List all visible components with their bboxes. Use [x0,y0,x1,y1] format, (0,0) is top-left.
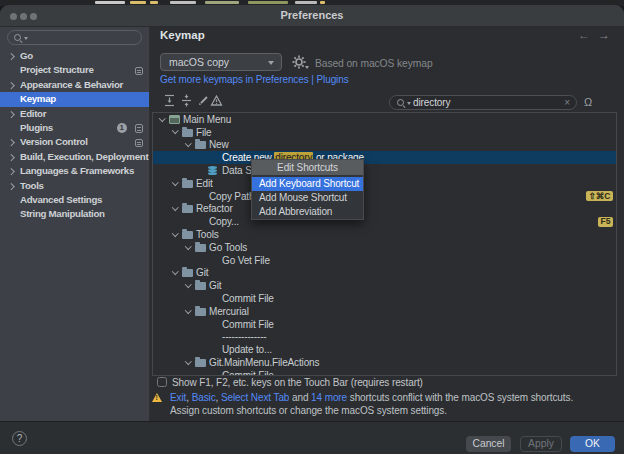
folder-icon [195,359,206,367]
context-menu-item-add-mouse-shortcut[interactable]: Add Mouse Shortcut [252,191,363,205]
forward-arrow-icon[interactable]: → [598,28,610,42]
main-menu-icon [169,115,180,124]
folder-icon [195,282,206,290]
tree-icon-slot [182,204,196,213]
get-more-keymaps-link[interactable]: Get more keymaps in Preferences | Plugin… [160,74,349,85]
tree-row[interactable]: Data Sc [153,164,616,177]
tree-row[interactable]: Commit File [153,292,616,305]
context-menu-item-add-keyboard-shortcut[interactable]: Add Keyboard Shortcut [252,177,363,191]
tree-chevron-slot [182,362,195,364]
settings-search-input[interactable] [7,30,142,45]
sidebar-item-label: Version Control [20,135,88,149]
keymap-selector-dropdown[interactable]: macOS copy [160,53,282,71]
tree-row-label: Git [196,267,208,278]
shortcut-badge: F5 [598,217,613,227]
shortcut-badge: ⇧⌘C [586,191,613,201]
conflict-link[interactable]: Basic [192,392,216,403]
tree-row[interactable]: Commit File [153,369,616,376]
tree-chevron-slot [182,247,195,249]
chevron-right-icon [8,53,14,59]
tree-icon-slot [195,358,209,367]
tree-row[interactable]: Go Tools [153,241,616,254]
tree-row[interactable]: Mercurial [153,305,616,318]
sidebar-item-build-execution-deployment[interactable]: Build, Execution, Deployment [0,150,150,164]
sidebar-item-go[interactable]: Go [0,49,150,63]
folder-icon [195,308,206,316]
collapse-all-icon[interactable] [180,94,193,107]
chevron-down-icon [185,358,191,364]
keymap-selector-value: macOS copy [169,56,229,68]
settings-sidebar: GoProject StructureAppearance & Behavior… [0,27,150,421]
sidebar-item-label: Advanced Settings [20,193,102,207]
tree-row[interactable]: Refactor [153,203,616,216]
tree-row[interactable]: Go Vet File [153,254,616,267]
warning-icon [152,393,162,402]
tree-row[interactable]: New [153,139,616,152]
tree-row[interactable]: Create new directory or package [153,151,616,164]
tree-row[interactable]: Edit [153,177,616,190]
tree-row-label: Copy Path [209,191,254,202]
tree-chevron-slot [169,234,182,236]
tree-row[interactable]: Update to... [153,343,616,356]
zoom-window-button[interactable] [30,13,37,20]
tree-row-label: New [209,139,229,150]
close-window-button[interactable] [10,13,17,20]
sidebar-item-plugins[interactable]: Plugins1 [0,121,150,135]
tree-row[interactable]: Main Menu [153,113,616,126]
conflict-link[interactable]: 14 more [311,392,347,403]
chevron-right-icon [8,139,14,145]
chevron-down-icon [268,61,274,65]
touch-bar-checkbox[interactable] [157,377,167,387]
tree-row[interactable]: Copy Path⇧⌘C [153,190,616,203]
tree-row-label: Main Menu [183,114,231,125]
tree-row[interactable]: Git [153,267,616,280]
minimize-window-button[interactable] [20,13,27,20]
conflict-warning-line2: Assign custom shortcuts or change the ma… [170,405,447,416]
tree-row-label: Edit [196,178,213,189]
keymap-search-input[interactable]: directory × [389,95,577,110]
conflict-link[interactable]: Select Next Tab [221,392,289,403]
help-button[interactable]: ? [12,431,27,446]
back-arrow-icon[interactable]: ← [578,28,590,42]
sidebar-item-appearance-behavior[interactable]: Appearance & Behavior [0,78,150,92]
show-conflicts-icon[interactable] [210,94,223,107]
folder-icon [182,231,193,239]
search-input-value: directory [413,97,450,109]
context-menu-item-add-abbreviation[interactable]: Add Abbreviation [252,205,363,219]
sidebar-item-label: Languages & Frameworks [20,164,134,178]
sidebar-item-keymap[interactable]: Keymap [0,92,150,106]
sidebar-item-label: Appearance & Behavior [20,78,123,92]
sidebar-item-editor[interactable]: Editor [0,107,150,121]
tree-row[interactable]: File [153,126,616,139]
sidebar-item-tools[interactable]: Tools [0,179,150,193]
tree-row[interactable]: Git [153,279,616,292]
sidebar-item-version-control[interactable]: Version Control [0,135,150,149]
tree-row-label: Go Tools [209,242,247,253]
sidebar-item-languages-frameworks[interactable]: Languages & Frameworks [0,164,150,178]
ok-button[interactable]: OK [570,436,615,452]
tree-row[interactable]: Commit File [153,318,616,331]
tree-row[interactable]: Git.MainMenu.FileActions [153,356,616,369]
sidebar-item-string-manipulation[interactable]: String Manipulation [0,207,150,221]
sidebar-item-advanced-settings[interactable]: Advanced Settings [0,193,150,207]
tree-row[interactable]: Tools [153,228,616,241]
tree-row-label: Commit File [222,293,274,304]
expand-all-icon[interactable] [163,94,176,107]
conflict-link[interactable]: Exit [170,392,186,403]
tree-icon-slot [195,243,209,252]
tree-row[interactable]: -------------- [153,331,616,344]
conflict-warning-line1: Exit, Basic, Select Next Tab and 14 more… [170,392,573,403]
cancel-button[interactable]: Cancel [466,436,511,452]
based-on-label: Based on macOS keymap [315,58,433,69]
clear-search-icon[interactable]: × [564,96,570,109]
sidebar-item-label: String Manipulation [20,207,105,221]
tree-chevron-slot [169,183,182,185]
warning-text: shortcuts conflict with the macOS system… [347,392,573,403]
apply-button[interactable]: Apply [520,436,562,452]
edit-icon[interactable] [197,94,210,107]
bottom-bar: ? Cancel Apply OK [0,421,624,454]
sidebar-item-project-structure[interactable]: Project Structure [0,63,150,77]
tree-row[interactable]: Copy...F5 [153,215,616,228]
find-actions-by-shortcut-icon[interactable]: Ω [584,96,592,108]
gear-icon[interactable] [292,55,306,69]
